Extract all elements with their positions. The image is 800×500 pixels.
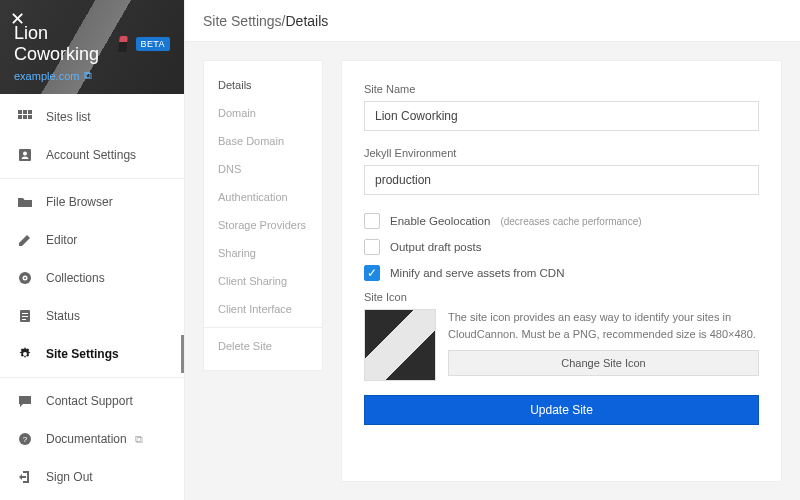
svg-rect-13 [22, 316, 28, 317]
settings-nav-details[interactable]: Details [204, 71, 322, 99]
settings-nav-sharing[interactable]: Sharing [204, 239, 322, 267]
settings-nav-authentication[interactable]: Authentication [204, 183, 322, 211]
settings-nav-dns[interactable]: DNS [204, 155, 322, 183]
svg-rect-1 [23, 110, 27, 114]
grid-icon [16, 108, 34, 126]
nav-section-site: File Browser Editor Collections Status S… [0, 178, 184, 377]
site-hero: ✕ Lion Coworking BETA example.com ⧉ [0, 0, 184, 94]
settings-nav-delete-site[interactable]: Delete Site [204, 332, 322, 360]
nav-contact-support[interactable]: Contact Support [0, 382, 184, 420]
pencil-icon [16, 231, 34, 249]
lipstick-icon [119, 36, 129, 52]
site-icon-label: Site Icon [364, 291, 759, 303]
site-icon-description: The site icon provides an easy way to id… [448, 309, 759, 342]
svg-rect-14 [22, 319, 26, 320]
crumb-root[interactable]: Site Settings [203, 13, 282, 29]
nav-label: Account Settings [46, 148, 136, 162]
beta-badge: BETA [136, 37, 170, 51]
content: Details Domain Base Domain DNS Authentic… [185, 42, 800, 500]
nav-label: Site Settings [46, 347, 119, 361]
site-icon-right: The site icon provides an easy way to id… [448, 309, 759, 381]
settings-nav-storage-providers[interactable]: Storage Providers [204, 211, 322, 239]
geo-hint: (decreases cache performance) [500, 216, 641, 227]
nav-documentation[interactable]: ? Documentation ⧉ [0, 420, 184, 458]
geo-checkbox[interactable] [364, 213, 380, 229]
geo-label: Enable Geolocation [390, 215, 490, 227]
breadcrumb: Site Settings / Details [185, 0, 800, 42]
nav-sites-list[interactable]: Sites list [0, 98, 184, 136]
minify-row: ✓ Minify and serve assets from CDN [364, 265, 759, 281]
minify-label: Minify and serve assets from CDN [390, 267, 564, 279]
drafts-row: Output draft posts [364, 239, 759, 255]
update-site-button[interactable]: Update Site [364, 395, 759, 425]
svg-rect-4 [23, 115, 27, 119]
site-domain-text: example.com [14, 70, 79, 82]
external-link-icon: ⧉ [135, 433, 143, 446]
env-label: Jekyll Environment [364, 147, 759, 159]
folder-icon [16, 193, 34, 211]
nav-collections[interactable]: Collections [0, 259, 184, 297]
svg-rect-0 [18, 110, 22, 114]
svg-rect-12 [22, 313, 28, 314]
change-site-icon-button[interactable]: Change Site Icon [448, 350, 759, 376]
nav-account-settings[interactable]: Account Settings [0, 136, 184, 174]
close-icon[interactable]: ✕ [10, 8, 25, 30]
drafts-checkbox[interactable] [364, 239, 380, 255]
collections-icon [16, 269, 34, 287]
nav-site-settings[interactable]: Site Settings [0, 335, 184, 373]
settings-nav-client-sharing[interactable]: Client Sharing [204, 267, 322, 295]
gear-icon [16, 345, 34, 363]
nav-label: Sign Out [46, 470, 93, 484]
site-name-input[interactable] [364, 101, 759, 131]
env-input[interactable] [364, 165, 759, 195]
nav-status[interactable]: Status [0, 297, 184, 335]
svg-point-7 [23, 152, 27, 156]
sidebar: ✕ Lion Coworking BETA example.com ⧉ Site… [0, 0, 185, 500]
help-icon: ? [16, 430, 34, 448]
geo-row: Enable Geolocation (decreases cache perf… [364, 213, 759, 229]
settings-nav-domain[interactable]: Domain [204, 99, 322, 127]
nav-label: Collections [46, 271, 105, 285]
nav-file-browser[interactable]: File Browser [0, 183, 184, 221]
site-domain-link[interactable]: example.com ⧉ [14, 69, 170, 82]
settings-panel: Site Name Jekyll Environment Enable Geol… [341, 60, 782, 482]
svg-point-10 [24, 277, 26, 279]
svg-rect-3 [18, 115, 22, 119]
nav-label: Editor [46, 233, 77, 247]
site-title: Lion Coworking BETA [14, 23, 170, 65]
nav-section-account: Sites list Account Settings [0, 94, 184, 178]
site-icon-thumbnail [364, 309, 436, 381]
external-link-icon: ⧉ [84, 69, 92, 82]
crumb-current: Details [286, 13, 329, 29]
nav-label: Contact Support [46, 394, 133, 408]
nav-section-footer: Contact Support ? Documentation ⧉ Sign O… [0, 377, 184, 500]
settings-nav: Details Domain Base Domain DNS Authentic… [203, 60, 323, 371]
person-icon [16, 146, 34, 164]
clipboard-icon [16, 307, 34, 325]
settings-nav-client-interface[interactable]: Client Interface [204, 295, 322, 323]
nav-label: Sites list [46, 110, 91, 124]
sign-out-icon [16, 468, 34, 486]
nav-label: Status [46, 309, 80, 323]
site-title-text: Lion Coworking [14, 23, 115, 65]
nav-sign-out[interactable]: Sign Out [0, 458, 184, 496]
minify-checkbox[interactable]: ✓ [364, 265, 380, 281]
settings-nav-base-domain[interactable]: Base Domain [204, 127, 322, 155]
drafts-label: Output draft posts [390, 241, 481, 253]
nav-label: File Browser [46, 195, 113, 209]
chat-icon [16, 392, 34, 410]
svg-rect-5 [28, 115, 32, 119]
divider [204, 327, 322, 328]
svg-rect-2 [28, 110, 32, 114]
nav-editor[interactable]: Editor [0, 221, 184, 259]
site-icon-row: The site icon provides an easy way to id… [364, 309, 759, 381]
site-name-label: Site Name [364, 83, 759, 95]
svg-text:?: ? [23, 435, 28, 444]
svg-point-15 [23, 352, 27, 356]
main: Site Settings / Details Details Domain B… [185, 0, 800, 500]
nav-label: Documentation [46, 432, 127, 446]
